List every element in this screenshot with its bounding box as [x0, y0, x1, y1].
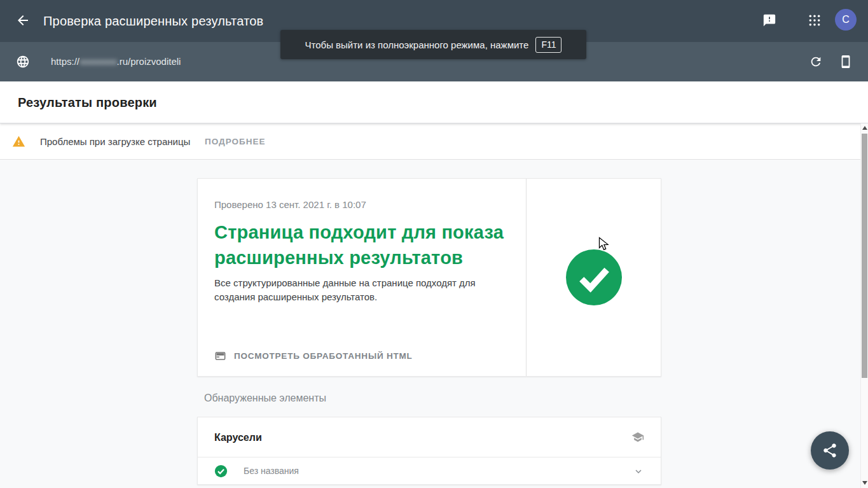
result-card: Проверено 13 сент. 2021 г. в 10:07 Стран…	[197, 178, 661, 377]
chevron-down-icon	[633, 466, 644, 477]
page-title: Результаты проверки	[18, 81, 157, 123]
warning-message: Проблемы при загрузке страницы	[40, 123, 190, 160]
share-button[interactable]	[811, 431, 849, 470]
url-scheme: https://	[51, 56, 79, 67]
fullscreen-toast: Чтобы выйти из полноэкранного режима, на…	[280, 30, 586, 59]
app-title: Проверка расширенных результатов	[43, 0, 263, 42]
arrow-left-icon	[15, 13, 31, 28]
back-button[interactable]	[15, 13, 31, 28]
group-header: Карусели	[198, 417, 661, 457]
scrollbar-down-arrow[interactable]	[862, 481, 867, 485]
warning-icon	[12, 135, 25, 148]
globe-icon	[16, 55, 30, 69]
fullscreen-toast-message: Чтобы выйти из полноэкранного режима, на…	[305, 39, 529, 50]
f11-key-badge: F11	[535, 37, 561, 53]
view-rendered-html-label: ПОСМОТРЕТЬ ОБРАБОТАННЫЙ HTML	[234, 351, 413, 361]
refresh-icon	[809, 55, 823, 69]
detected-group-card: Карусели Без названия	[197, 417, 661, 485]
tested-url[interactable]: https://xxxxxxxxx.ru/proizvoditeli	[51, 42, 181, 81]
feedback-button[interactable]	[762, 13, 776, 27]
group-name: Карусели	[214, 417, 262, 457]
scrollbar	[860, 123, 868, 488]
share-icon	[822, 442, 838, 459]
view-rendered-html-button[interactable]: ПОСМОТРЕТЬ ОБРАБОТАННЫЙ HTML	[214, 350, 413, 362]
expand-item-button[interactable]	[633, 466, 644, 477]
refresh-button[interactable]	[809, 55, 823, 69]
detected-item-row[interactable]: Без названия	[198, 457, 661, 485]
carousel-type-icon	[631, 431, 644, 443]
result-headline: Страница подходит для показа расширенных…	[214, 220, 509, 270]
feedback-icon	[762, 13, 776, 27]
scrollbar-thumb[interactable]	[862, 134, 867, 378]
smartphone-button[interactable]	[839, 55, 853, 69]
scrollbar-up-arrow[interactable]	[862, 126, 867, 130]
rendered-html-icon	[214, 350, 226, 362]
avatar[interactable]: C	[835, 9, 857, 31]
url-masked-domain: xxxxxxxxx	[79, 56, 117, 67]
result-description: Все структурированные данные на странице…	[214, 276, 506, 304]
apps-grid-button[interactable]	[808, 14, 821, 27]
url-path: .ru/proizvoditeli	[117, 56, 181, 67]
warning-details-button[interactable]: ПОДРОБНЕЕ	[205, 123, 265, 160]
result-card-body: Проверено 13 сент. 2021 г. в 10:07 Стран…	[198, 179, 526, 376]
smartphone-icon	[839, 55, 853, 69]
avatar-initial: C	[842, 14, 850, 25]
success-check-icon	[566, 249, 622, 305]
page-header: Результаты проверки	[0, 81, 868, 123]
result-status-pane	[527, 179, 661, 376]
warning-bar: Проблемы при загрузке страницы ПОДРОБНЕЕ	[0, 123, 860, 160]
detected-elements-label: Обнаруженные элементы	[204, 393, 326, 404]
detected-item-label: Без названия	[244, 457, 299, 485]
item-valid-icon	[214, 464, 228, 478]
checked-timestamp: Проверено 13 сент. 2021 г. в 10:07	[214, 199, 509, 210]
apps-grid-icon	[808, 14, 821, 27]
rich-results-test-screen: Проверка расширенных результатов C https…	[0, 0, 868, 488]
